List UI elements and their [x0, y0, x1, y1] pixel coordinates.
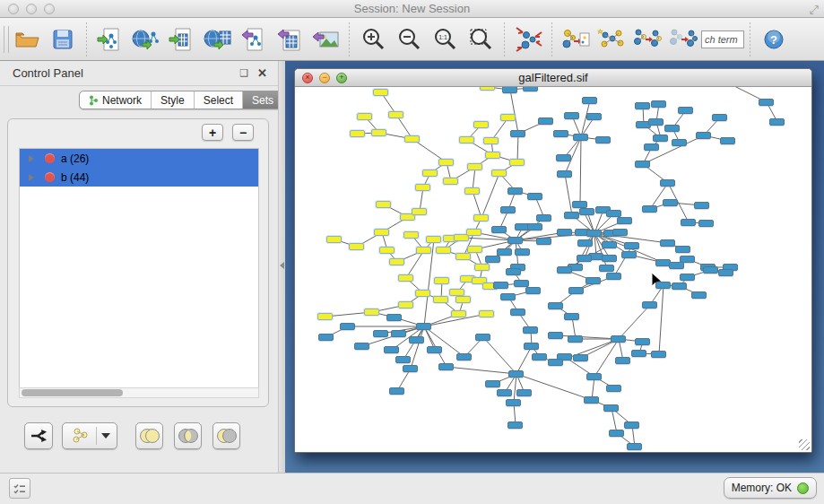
graph-node[interactable] — [456, 353, 472, 361]
graph-node[interactable] — [655, 282, 671, 289]
new-network-selected-nodes-selected-edges-button[interactable] — [665, 22, 701, 57]
tab-style[interactable]: Style — [152, 91, 195, 109]
graph-node[interactable] — [532, 353, 547, 361]
graph-node[interactable] — [703, 266, 718, 274]
graph-node[interactable] — [599, 265, 614, 272]
graph-node[interactable] — [548, 302, 563, 309]
graph-node[interactable] — [497, 389, 512, 396]
graph-node[interactable] — [371, 129, 386, 136]
graph-node[interactable] — [672, 282, 687, 290]
graph-node[interactable] — [536, 238, 551, 245]
graph-node[interactable] — [602, 255, 617, 262]
network-window-titlebar[interactable]: × − + galFiltered.sif — [295, 69, 811, 87]
graph-node[interactable] — [391, 330, 406, 337]
graph-node[interactable] — [485, 380, 500, 387]
graph-node[interactable] — [403, 365, 418, 372]
graph-node[interactable] — [433, 296, 448, 303]
first-neighbors-button[interactable] — [594, 22, 629, 57]
import-network-file-button[interactable] — [92, 22, 128, 57]
graph-node[interactable] — [606, 273, 621, 280]
graph-node[interactable] — [449, 289, 464, 296]
graph-node[interactable] — [508, 370, 524, 378]
graph-node[interactable] — [538, 117, 553, 125]
graph-node[interactable] — [415, 184, 430, 191]
graph-node[interactable] — [409, 336, 424, 343]
graph-node[interactable] — [603, 404, 619, 412]
graph-node[interactable] — [436, 247, 451, 254]
graph-node[interactable] — [660, 239, 675, 247]
graph-node[interactable] — [389, 258, 404, 265]
graph-node[interactable] — [451, 310, 466, 317]
graph-node[interactable] — [386, 314, 402, 321]
graph-node[interactable] — [514, 280, 529, 287]
graph-node[interactable] — [696, 132, 711, 139]
graph-node[interactable] — [691, 291, 707, 299]
graph-node[interactable] — [759, 99, 774, 106]
graph-node[interactable] — [527, 193, 542, 200]
graph-node[interactable] — [525, 287, 541, 294]
graph-node[interactable] — [678, 107, 693, 114]
graph-node[interactable] — [474, 264, 490, 271]
zoom-in-button[interactable] — [355, 22, 391, 57]
graph-node[interactable] — [615, 357, 630, 364]
graph-node[interactable] — [507, 187, 523, 195]
graph-node[interactable] — [438, 363, 454, 370]
disclosure-triangle-icon[interactable] — [29, 174, 34, 181]
graph-node[interactable] — [586, 230, 602, 237]
horizontal-scrollbar[interactable] — [19, 387, 259, 398]
graph-node[interactable] — [718, 269, 733, 276]
graph-node[interactable] — [595, 136, 611, 143]
import-network-url-button[interactable] — [128, 22, 164, 57]
graph-node[interactable] — [548, 332, 563, 339]
graph-node[interactable] — [515, 248, 530, 256]
graph-node[interactable] — [473, 121, 489, 128]
graph-node[interactable] — [427, 346, 442, 353]
graph-node[interactable] — [491, 226, 507, 233]
graph-node[interactable] — [664, 125, 680, 132]
graph-node[interactable] — [438, 159, 454, 166]
intersect-sets-button[interactable] — [174, 422, 202, 449]
resize-grip[interactable] — [799, 439, 810, 450]
graph-node[interactable] — [624, 421, 639, 429]
graph-node[interactable] — [398, 274, 413, 282]
graph-node[interactable] — [350, 130, 365, 137]
graph-node[interactable] — [536, 214, 551, 222]
graph-node[interactable] — [648, 118, 664, 126]
graph-node[interactable] — [642, 301, 657, 308]
new-network-from-selection-button[interactable] — [558, 22, 594, 57]
graph-node[interactable] — [577, 239, 593, 247]
export-image-button[interactable] — [308, 22, 343, 57]
graph-node[interactable] — [769, 118, 785, 126]
open-session-button[interactable] — [9, 22, 45, 57]
graph-node[interactable] — [416, 247, 431, 254]
graph-node[interactable] — [434, 277, 449, 284]
add-set-button[interactable]: + — [202, 124, 223, 141]
graph-node[interactable] — [510, 308, 525, 316]
graph-node[interactable] — [642, 205, 657, 213]
graph-node[interactable] — [459, 136, 474, 143]
graph-node[interactable] — [681, 219, 696, 226]
graph-node[interactable] — [455, 253, 471, 260]
graph-node[interactable] — [564, 313, 579, 320]
graph-node[interactable] — [577, 255, 592, 262]
help-button[interactable]: ? — [756, 22, 792, 57]
graph-node[interactable] — [602, 241, 617, 248]
graph-node[interactable] — [467, 163, 482, 170]
panel-divider[interactable] — [278, 61, 285, 473]
apply-preferred-layout-button[interactable] — [510, 22, 546, 57]
tab-network[interactable]: Network — [80, 91, 152, 109]
graph-node[interactable] — [491, 169, 507, 177]
graph-node[interactable] — [395, 356, 411, 363]
graph-node[interactable] — [389, 387, 404, 395]
graph-node[interactable] — [404, 135, 420, 143]
memory-status-button[interactable]: Memory: OK — [724, 477, 817, 499]
graph-node[interactable] — [720, 137, 735, 144]
graph-node[interactable] — [500, 293, 516, 300]
graph-node[interactable] — [586, 373, 602, 380]
graph-node[interactable] — [443, 178, 458, 185]
graph-node[interactable] — [349, 243, 364, 250]
tab-select[interactable]: Select — [195, 91, 243, 109]
save-session-button[interactable] — [45, 22, 81, 57]
graph-node[interactable] — [651, 351, 666, 358]
graph-node[interactable] — [524, 343, 539, 350]
